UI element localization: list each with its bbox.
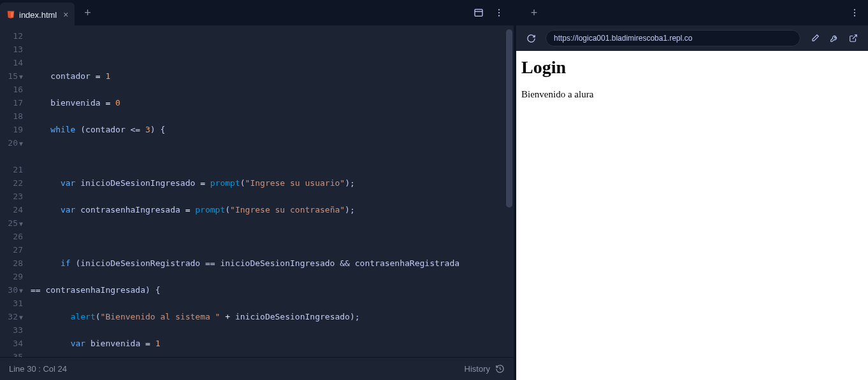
- svg-rect-0: [475, 10, 482, 17]
- preview-heading: Login: [521, 57, 863, 78]
- browser-toolbar: https://logica001.bladimirescoba1.repl.c…: [516, 25, 868, 51]
- editor-status-bar: Line 30 : Col 24 History: [0, 357, 514, 380]
- preview-more-icon[interactable]: [846, 4, 863, 21]
- code-editor[interactable]: 12 13 14 15▼ 16 17 18 19 20▼ 21 22 23 24…: [0, 25, 514, 357]
- html5-icon: [6, 10, 15, 19]
- editor-tab-bar: index.html × +: [0, 0, 514, 25]
- fold-icon[interactable]: ▼: [19, 140, 23, 147]
- fold-icon[interactable]: ▼: [19, 314, 23, 321]
- svg-point-3: [498, 12, 500, 13]
- preview-content: Login Bienvenido a alura: [516, 51, 868, 380]
- fold-icon[interactable]: ▼: [19, 73, 23, 80]
- external-link-icon[interactable]: [845, 30, 862, 46]
- wrench-icon[interactable]: [826, 30, 843, 46]
- history-button[interactable]: History: [465, 364, 505, 374]
- code-content[interactable]: contador = 1 bienvenida = 0 while (conta…: [28, 25, 514, 357]
- reload-icon[interactable]: [523, 30, 539, 46]
- fold-icon[interactable]: ▼: [19, 220, 23, 227]
- preview-panel: + https://logica001.bladimirescoba1.repl…: [516, 0, 868, 380]
- tab-filename: index.html: [19, 10, 57, 20]
- preview-body-text: Bienvenido a alura: [521, 89, 863, 100]
- add-tab-button[interactable]: +: [78, 4, 96, 22]
- fold-icon[interactable]: ▼: [19, 287, 23, 294]
- svg-point-2: [498, 9, 500, 10]
- line-gutter: 12 13 14 15▼ 16 17 18 19 20▼ 21 22 23 24…: [0, 25, 28, 357]
- scrollbar-thumb[interactable]: [506, 29, 512, 208]
- preview-tab-bar: +: [516, 0, 868, 25]
- file-tab[interactable]: index.html ×: [0, 3, 75, 25]
- more-icon[interactable]: [491, 4, 507, 21]
- editor-panel: index.html × + 12 13 14 15▼ 16 17 18 19 …: [0, 0, 514, 380]
- pencil-icon[interactable]: [807, 30, 823, 46]
- svg-point-7: [854, 15, 855, 17]
- svg-point-4: [498, 15, 500, 17]
- url-bar[interactable]: https://logica001.bladimirescoba1.repl.c…: [546, 30, 800, 46]
- svg-point-5: [854, 9, 855, 10]
- layout-icon[interactable]: [470, 4, 487, 21]
- svg-point-6: [854, 12, 855, 13]
- history-icon: [495, 364, 505, 374]
- close-tab-icon[interactable]: ×: [63, 10, 68, 20]
- svg-line-8: [853, 35, 857, 39]
- url-text: https://logica001.bladimirescoba1.repl.c…: [554, 34, 692, 43]
- cursor-position: Line 30 : Col 24: [9, 364, 67, 374]
- add-preview-tab-button[interactable]: +: [525, 4, 543, 22]
